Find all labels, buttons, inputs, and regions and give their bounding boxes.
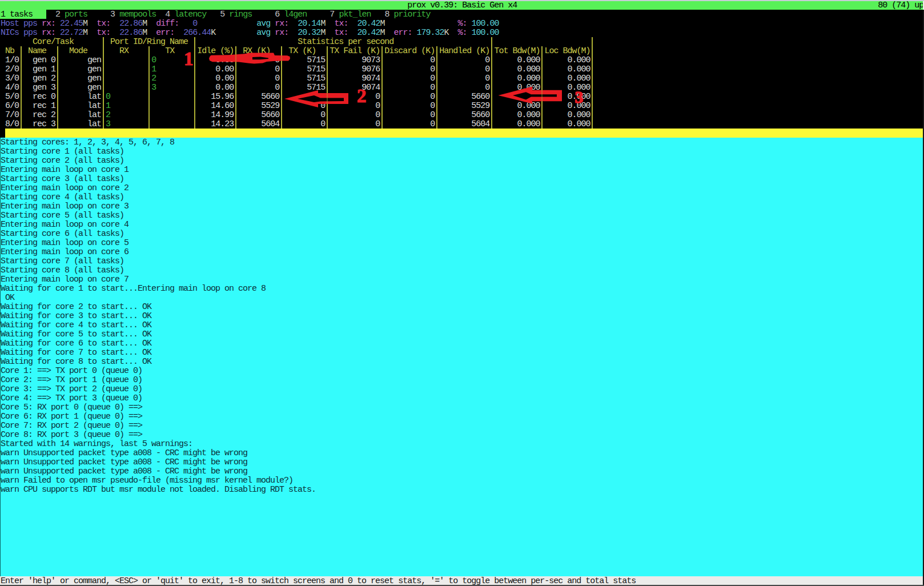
svg-text:3: 3	[575, 88, 583, 106]
svg-text:1: 1	[184, 49, 193, 69]
svg-text:2: 2	[357, 86, 366, 106]
